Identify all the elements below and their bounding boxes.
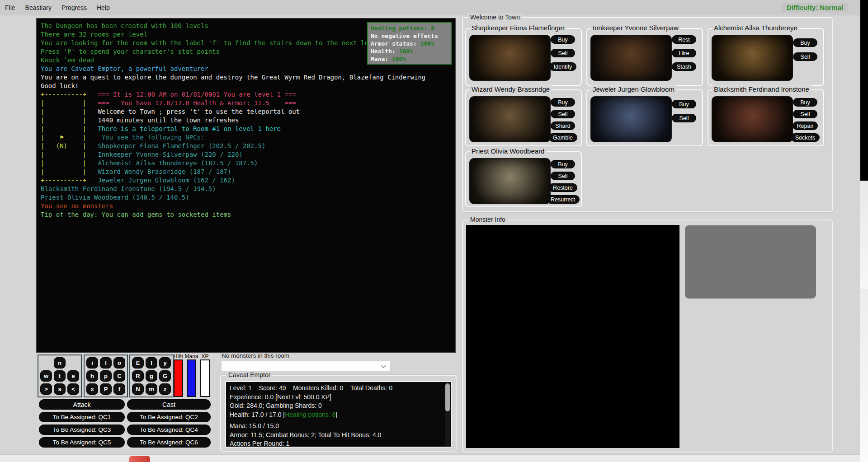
key-G[interactable]: G — [159, 370, 171, 382]
npc-name: Wizard Wendy Brassridge — [470, 85, 552, 93]
menu-item-beastiary[interactable]: Beastiary — [20, 1, 57, 14]
difficulty-label: Difficulty: Normal — [782, 3, 848, 12]
menu-item-progress[interactable]: Progress — [57, 1, 92, 14]
npc-portrait — [469, 96, 551, 142]
cast-button[interactable]: Cast — [127, 399, 211, 410]
npc-button-buy[interactable]: Buy — [793, 38, 817, 47]
mana-bar: Mana — [187, 359, 196, 397]
monster-image-placeholder — [685, 225, 816, 299]
quick-cast-button-3[interactable]: To Be Assigned: QC3 — [39, 425, 125, 435]
key-o[interactable]: o — [113, 357, 125, 369]
key-i[interactable]: i — [86, 357, 98, 369]
npc-button-sell[interactable]: Sell — [551, 49, 575, 57]
app-window: FileBeastiaryProgressHelp Difficulty: No… — [0, 0, 868, 462]
character-panel: Caveat Emptor Level: 1 Score: 49 Monster… — [220, 375, 457, 452]
key-e[interactable]: e — [67, 370, 79, 382]
npc-button-sell[interactable]: Sell — [551, 110, 575, 118]
key-l[interactable]: l — [100, 357, 112, 369]
character-panel-scrollbar[interactable] — [445, 383, 450, 446]
key-g[interactable]: g — [146, 370, 157, 382]
chevron-down-icon — [381, 365, 386, 369]
npc-card-alchemist-ailsa-thundereye: Alchemist Ailsa ThundereyeBuySell — [708, 28, 824, 86]
key-m[interactable]: m — [146, 383, 157, 395]
npc-button-stash[interactable]: Stash — [672, 62, 696, 71]
monster-select-dropdown[interactable] — [221, 361, 390, 371]
keypad-2: ilohpCxPf — [84, 355, 128, 397]
npc-actions: BuySell — [668, 90, 700, 122]
npc-button-resurrect[interactable]: Resurrect — [546, 195, 580, 204]
key->[interactable]: > — [40, 383, 52, 395]
town-panel: Welcome to Town Shopkeeper Fiona Flamefi… — [462, 17, 833, 212]
quick-cast-button-4[interactable]: To Be Assigned: QC4 — [127, 425, 211, 435]
keypad-3: EIyRgGNmz — [129, 355, 174, 397]
npc-name: Priest Olivia Woodbeard — [470, 147, 546, 155]
npc-actions: BuySellRepairSockets — [789, 90, 821, 142]
key-P[interactable]: P — [100, 383, 112, 395]
key-<[interactable]: < — [67, 383, 79, 395]
npc-button-rest[interactable]: Rest — [672, 35, 696, 44]
npc-button-sockets[interactable]: Sockets — [791, 133, 820, 142]
npc-button-buy[interactable]: Buy — [551, 98, 575, 107]
menu-bar: FileBeastiaryProgressHelp Difficulty: No… — [0, 0, 860, 15]
monster-info-title: Monster Info — [468, 216, 508, 223]
npc-button-sell[interactable]: Sell — [551, 172, 575, 180]
key-z[interactable]: z — [159, 383, 171, 395]
scrollbar-thumb[interactable] — [445, 383, 450, 411]
npc-button-buy[interactable]: Buy — [551, 160, 575, 168]
npc-button-buy[interactable]: Buy — [551, 35, 575, 44]
npc-portrait — [712, 96, 793, 142]
npc-actions: BuySellIdentify — [547, 29, 579, 71]
game-console: The Dungeon has been created with 100 le… — [36, 18, 456, 353]
key-h[interactable]: h — [86, 370, 98, 382]
key-y[interactable]: y — [159, 357, 171, 369]
quick-cast-button-6[interactable]: To Be Assigned: QC6 — [127, 437, 211, 448]
quick-cast-button-1[interactable]: To Be Assigned: QC1 — [39, 412, 125, 422]
key-I[interactable]: I — [146, 357, 157, 369]
npc-button-sell[interactable]: Sell — [793, 52, 817, 61]
npc-portrait — [469, 35, 551, 81]
npc-actions: BuySellRestoreResurrect — [547, 152, 579, 204]
npc-button-shard[interactable]: Shard — [551, 121, 575, 130]
menu-item-file[interactable]: File — [0, 1, 20, 14]
key-t[interactable]: t — [54, 370, 66, 382]
health-bar-label: Hlth — [174, 353, 183, 359]
npc-card-blacksmith-ferdinand-ironstone: Blacksmith Ferdinand IronstoneBuySellRep… — [708, 89, 824, 146]
status-overlay: Healing potions: 8No negative effectsArm… — [367, 22, 452, 65]
key-x[interactable]: x — [86, 383, 98, 395]
npc-button-sell[interactable]: Sell — [793, 110, 817, 118]
key-C[interactable]: C — [113, 370, 125, 382]
npc-portrait — [590, 35, 672, 81]
npc-card-wizard-wendy-brassridge: Wizard Wendy BrassridgeBuySellShardGambl… — [465, 89, 582, 146]
npc-button-gamble[interactable]: Gamble — [548, 133, 577, 142]
menu-item-help[interactable]: Help — [92, 1, 115, 14]
attack-button[interactable]: Attack — [39, 399, 125, 410]
key-R[interactable]: R — [132, 370, 144, 382]
npc-button-repair[interactable]: Repair — [793, 121, 818, 130]
npc-button-buy[interactable]: Buy — [793, 98, 817, 107]
monster-display — [466, 225, 679, 448]
key-N[interactable]: N — [132, 383, 144, 395]
menu-items: FileBeastiaryProgressHelp — [0, 4, 115, 12]
npc-card-priest-olivia-woodbeard: Priest Olivia WoodbeardBuySellRestoreRes… — [465, 151, 582, 207]
npc-button-identify[interactable]: Identify — [549, 62, 576, 71]
xp-bar: XP — [200, 359, 210, 397]
key-w[interactable]: w — [40, 370, 52, 382]
quick-cast-button-5[interactable]: To Be Assigned: QC5 — [39, 437, 125, 448]
monsters-in-room-label: No monsters in this room — [222, 352, 289, 359]
key-s[interactable]: s — [54, 383, 66, 395]
npc-actions: BuySellShardGamble — [547, 90, 579, 142]
key-p[interactable]: p — [100, 370, 112, 382]
key-f[interactable]: f — [113, 383, 125, 395]
npc-button-hire[interactable]: Hire — [672, 49, 696, 57]
npc-button-sell[interactable]: Sell — [672, 114, 696, 122]
health-bar: Hlth — [174, 359, 183, 397]
key-E[interactable]: E — [132, 357, 144, 369]
monster-info-panel: Monster Info — [462, 219, 833, 453]
key-n[interactable]: n — [54, 357, 66, 369]
npc-button-buy[interactable]: Buy — [672, 100, 696, 108]
xp-bar-label: XP — [201, 353, 208, 359]
npc-button-restore[interactable]: Restore — [548, 183, 577, 192]
quick-cast-button-2[interactable]: To Be Assigned: QC2 — [127, 412, 211, 422]
npc-portrait — [590, 96, 672, 142]
background-red-icon — [129, 456, 150, 462]
